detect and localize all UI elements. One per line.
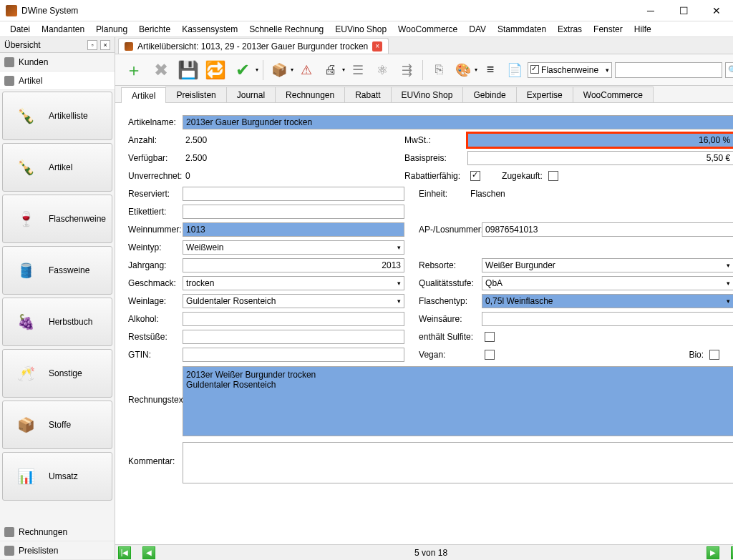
tab-woocommerce[interactable]: WooCommerce bbox=[573, 87, 654, 102]
sidebar-big-umsatz[interactable]: 📊Umsatz bbox=[2, 452, 112, 501]
restsuesse-field[interactable] bbox=[183, 330, 404, 344]
chevron-down-icon[interactable]: ▾ bbox=[342, 67, 345, 73]
sidebar-big-stoffe[interactable]: 📦Stoffe bbox=[2, 401, 112, 449]
document-tab[interactable]: Artikelübersicht: 1013, 29 - 2013er Gaue… bbox=[118, 38, 389, 54]
basispreis-field[interactable]: 5,50 € bbox=[467, 151, 733, 165]
add-button[interactable]: ＋ bbox=[121, 57, 147, 83]
chevron-down-icon[interactable]: ▾ bbox=[291, 67, 293, 73]
tab-gebinde[interactable]: Gebinde bbox=[462, 87, 516, 102]
menu-stammdaten[interactable]: Stammdaten bbox=[492, 23, 552, 36]
menu-hilfe[interactable]: Hilfe bbox=[628, 23, 657, 36]
pager-first-button[interactable]: |◀ bbox=[118, 546, 131, 559]
mwst-field[interactable]: 16,00 % bbox=[467, 133, 733, 147]
sidebar-pin-button[interactable]: ▫ bbox=[87, 40, 97, 50]
category-combo[interactable]: Flaschenweine ▾ bbox=[528, 62, 612, 78]
etikettiert-field[interactable] bbox=[183, 205, 404, 219]
tab-rabatt[interactable]: Rabatt bbox=[344, 87, 391, 102]
chevron-down-icon[interactable]: ▾ bbox=[475, 67, 477, 73]
flaschentyp-select[interactable]: 0,75l Weinflasche bbox=[482, 294, 733, 308]
menu-datei[interactable]: Datei bbox=[4, 23, 36, 36]
check-button[interactable]: ✔ bbox=[230, 57, 256, 83]
kommentar-field[interactable] bbox=[183, 442, 733, 483]
tab-artikel[interactable]: Artikel bbox=[121, 87, 166, 103]
sidebar-close-button[interactable]: × bbox=[100, 40, 110, 50]
sidebar-big-artikel[interactable]: 🍾Artikel bbox=[2, 143, 112, 192]
search-input[interactable] bbox=[615, 62, 722, 78]
maximize-button[interactable]: ☐ bbox=[667, 0, 700, 21]
export-button[interactable]: ⎘ bbox=[427, 59, 450, 82]
aplos-field[interactable]: 09876541013 bbox=[482, 222, 733, 237]
alkohol-field[interactable] bbox=[183, 312, 404, 326]
artikelname-field[interactable]: 2013er Gauer Burgunder trocken bbox=[183, 115, 733, 129]
jahrgang-field[interactable]: 2013 bbox=[183, 258, 404, 272]
lines-button[interactable]: ≡ bbox=[479, 59, 502, 82]
graph-button[interactable]: ⚛ bbox=[371, 59, 394, 82]
pager-text: 5 von 18 bbox=[157, 548, 705, 558]
sidebar-big-sonstige[interactable]: 🥂Sonstige bbox=[2, 349, 112, 398]
sidebar-big-herbstbuch[interactable]: 🍇Herbstbuch bbox=[2, 298, 112, 346]
tab-close-button[interactable]: × bbox=[372, 41, 382, 51]
zugekauft-checkbox[interactable] bbox=[548, 171, 558, 181]
chevron-down-icon[interactable]: ▾ bbox=[256, 67, 258, 73]
bio-checkbox[interactable] bbox=[709, 350, 719, 360]
print-button[interactable]: 🖨 bbox=[319, 59, 342, 82]
search-button[interactable]: 🔍 bbox=[725, 62, 733, 78]
minimize-button[interactable]: ─ bbox=[634, 0, 667, 21]
sidebar-big-fassweine[interactable]: 🛢️Fassweine bbox=[2, 246, 112, 295]
color-button[interactable]: 🎨 bbox=[452, 59, 475, 82]
list-icon bbox=[4, 546, 14, 556]
tab-preislisten[interactable]: Preislisten bbox=[165, 87, 226, 102]
menu-mandanten[interactable]: Mandanten bbox=[36, 23, 90, 36]
menu-schnelle-rechnung[interactable]: Schnelle Rechnung bbox=[243, 23, 329, 36]
document-tabbar: Artikelübersicht: 1013, 29 - 2013er Gaue… bbox=[115, 37, 733, 54]
menu-berichte[interactable]: Berichte bbox=[133, 23, 176, 36]
tab-expertise[interactable]: Expertise bbox=[516, 87, 573, 102]
hierarchy-button[interactable]: ⇶ bbox=[395, 59, 418, 82]
mwst-label: MwSt.: bbox=[404, 135, 467, 145]
sidebar-item-kunden[interactable]: Kunden bbox=[0, 53, 115, 72]
form-panel: Artikelname: 2013er Gauer Burgunder troc… bbox=[115, 103, 733, 544]
unverrechnet-label: Unverrechnet: bbox=[128, 171, 183, 181]
rebsorte-select[interactable]: Weißer Burgunder bbox=[482, 258, 733, 272]
close-button[interactable]: ✕ bbox=[700, 0, 733, 21]
save-button[interactable]: 💾 bbox=[175, 57, 201, 83]
reserviert-label: Reserviert: bbox=[128, 189, 183, 199]
reserviert-field[interactable] bbox=[183, 187, 404, 201]
doc-button[interactable]: 📄 bbox=[503, 59, 526, 82]
weinsaeure-field[interactable] bbox=[482, 312, 733, 326]
tab-euvino-shop[interactable]: EUVino Shop bbox=[391, 87, 464, 102]
menu-euvino-shop[interactable]: EUVino Shop bbox=[329, 23, 392, 36]
weinnummer-field[interactable]: 1013 bbox=[183, 222, 404, 237]
menu-fenster[interactable]: Fenster bbox=[588, 23, 628, 36]
tab-journal[interactable]: Journal bbox=[226, 87, 276, 102]
menu-kassensystem[interactable]: Kassensystem bbox=[176, 23, 243, 36]
sidebar-big-artikelliste[interactable]: 🍾Artikelliste bbox=[2, 92, 112, 140]
geschmack-select[interactable]: trocken bbox=[183, 276, 404, 290]
weinlage-select[interactable]: Guldentaler Rosenteich bbox=[183, 294, 404, 308]
rabatt-checkbox[interactable] bbox=[470, 171, 480, 181]
sidebar-item-rechnungen[interactable]: Rechnungen bbox=[0, 523, 115, 541]
qualitaet-select[interactable]: QbA bbox=[482, 276, 733, 290]
menu-planung[interactable]: Planung bbox=[90, 23, 133, 36]
menu-dav[interactable]: DAV bbox=[463, 23, 492, 36]
delete-button[interactable]: ✖ bbox=[148, 57, 174, 83]
sulfite-checkbox[interactable] bbox=[485, 332, 495, 342]
weintyp-select[interactable]: Weißwein bbox=[183, 240, 404, 255]
rechnungstext-field[interactable]: 2013er Weißer Burgunder trocken Guldenta… bbox=[183, 366, 733, 436]
filter-button[interactable]: ☰ bbox=[346, 59, 369, 82]
pager-next-button[interactable]: ▶ bbox=[707, 546, 719, 559]
box-button[interactable]: 📦 bbox=[268, 59, 291, 82]
sidebar-big-flaschenweine[interactable]: 🍷Flaschenweine bbox=[2, 195, 112, 243]
unverrechnet-value: 0 bbox=[183, 171, 404, 181]
sidebar-item-preislisten[interactable]: Preislisten bbox=[0, 541, 115, 560]
sidebar-item-artikel[interactable]: Artikel bbox=[0, 72, 115, 90]
pager-prev-button[interactable]: ◀ bbox=[142, 546, 155, 559]
menu-woocommerce[interactable]: WooCommerce bbox=[392, 23, 463, 36]
alert-button[interactable]: ⚠ bbox=[295, 59, 318, 82]
menu-extras[interactable]: Extras bbox=[552, 23, 588, 36]
tab-rechnungen[interactable]: Rechnungen bbox=[275, 87, 345, 102]
vegan-checkbox[interactable] bbox=[485, 350, 495, 360]
chart-icon: 📊 bbox=[9, 459, 43, 493]
refresh-button[interactable]: 🔁 bbox=[203, 57, 228, 83]
gtin-field[interactable] bbox=[183, 348, 404, 362]
